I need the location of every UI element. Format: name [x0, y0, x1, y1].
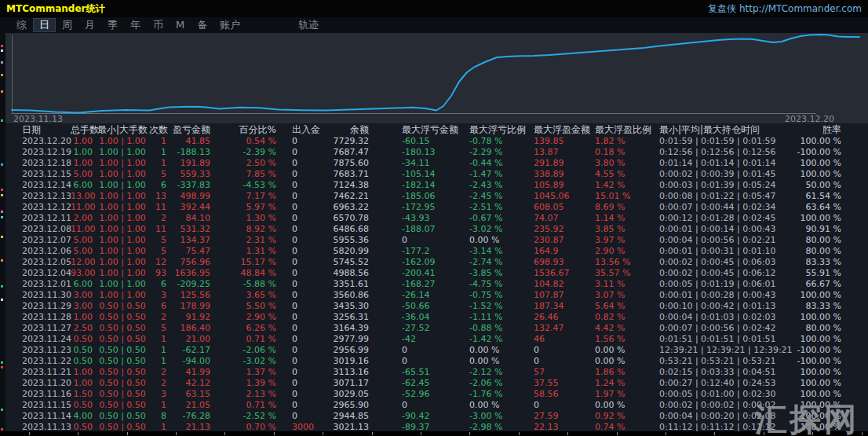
- cell-mflr: -0.67 %: [459, 213, 524, 223]
- cell-inout: 0: [278, 158, 314, 168]
- cell-inout: 0: [278, 301, 314, 311]
- cell-mfpr: 35.57 %: [585, 268, 650, 278]
- table-row[interactable]: 2023.11.130.500.50 | 0.50121.130.70 %300…: [0, 421, 868, 432]
- edge-speck: [1, 285, 3, 288]
- menu-item-ri[interactable]: 日: [34, 19, 55, 31]
- table-row[interactable]: 2023.11.211.000.50 | 0.50241.991.37 %031…: [0, 366, 868, 377]
- table-row[interactable]: 2023.11.201.000.50 | 0.50242.121.39 %030…: [0, 377, 868, 388]
- cell-balance: 3113.16: [314, 367, 375, 377]
- table-row[interactable]: 2023.12.1313.001.00 | 1.0013498.997.17 %…: [0, 190, 868, 201]
- table-row[interactable]: 2023.12.0512.001.00 | 1.0012756.9615.17 …: [0, 256, 868, 267]
- cell-mfl: 0: [375, 235, 459, 245]
- table-row[interactable]: 2023.11.161.500.50 | 0.50363.152.13 %030…: [0, 388, 868, 399]
- cell-date: 2023.11.30: [0, 290, 71, 300]
- cell-mfp: 698.93: [524, 257, 585, 267]
- table-row[interactable]: 2023.12.146.001.00 | 1.006-337.83-4.53 %…: [0, 179, 868, 190]
- cell-date: 2023.11.29: [0, 301, 71, 311]
- menu-item-nian[interactable]: 年: [125, 19, 146, 31]
- cell-pl: 125.56: [168, 290, 212, 300]
- cell-minmax: 1.00 | 1.00: [96, 202, 149, 212]
- table-row[interactable]: 2023.12.065.001.00 | 1.00575.471.31 %058…: [0, 245, 868, 256]
- cell-balance: 2977.99: [314, 334, 375, 344]
- cell-mfl: -200.41: [375, 268, 459, 278]
- cell-time: 0:02:15 | 0:03:33 | 0:04:51: [650, 367, 773, 377]
- grid-tick: [617, 432, 618, 435]
- table-row[interactable]: 2023.12.181.001.00 | 1.001191.892.50 %07…: [0, 157, 868, 168]
- table-row[interactable]: 2023.11.293.000.50 | 0.506178.995.50 %03…: [0, 300, 868, 311]
- grid-tick: [224, 432, 225, 435]
- edge-speck: [1, 216, 3, 218]
- cell-minmax: 0.50 | 0.50: [96, 411, 149, 421]
- menu-item-ji[interactable]: 季: [102, 19, 123, 31]
- cell-date: 2023.12.08: [0, 224, 71, 234]
- table-row[interactable]: 2023.12.112.001.00 | 1.00284.101.30 %065…: [0, 212, 868, 223]
- cell-mflr: -1.47 %: [459, 169, 524, 179]
- cell-pl: 756.96: [168, 257, 212, 267]
- cell-minmax: 1.00 | 1.00: [96, 224, 149, 234]
- cell-pl: -188.13: [168, 147, 212, 157]
- menu-item-bei[interactable]: 备: [191, 19, 213, 31]
- cell-winrate: 66.67 %: [773, 279, 846, 289]
- cell-time: 0:12:56 | 0:12:56 | 0:12:56: [650, 147, 773, 157]
- menu-item-m[interactable]: M: [170, 19, 190, 31]
- cell-balance: 3019.16: [314, 356, 375, 366]
- cell-time: 0:00:07 | 0:00:44 | 0:02:34: [650, 202, 773, 212]
- table-row[interactable]: 2023.12.0493.001.00 | 1.00931636.9548.84…: [0, 267, 868, 278]
- menu-item-yue[interactable]: 月: [79, 19, 100, 31]
- menu-item-zhanghu[interactable]: 账户: [214, 19, 246, 31]
- cell-winrate: -100.00 %: [773, 356, 846, 366]
- table-row[interactable]: 2023.11.230.500.50 | 0.501-62.17-2.06 %0…: [0, 344, 868, 355]
- menu-item-zong[interactable]: 综: [11, 19, 32, 31]
- table-row[interactable]: 2023.11.272.500.50 | 0.505186.406.26 %03…: [0, 322, 868, 333]
- cell-winrate: 83.33 %: [773, 301, 846, 311]
- table-row[interactable]: 2023.12.191.001.00 | 1.001-188.13-2.39 %…: [0, 146, 868, 157]
- cell-winrate: 100.00 %: [773, 334, 846, 344]
- cell-balance: 3071.17: [314, 378, 375, 388]
- table-row[interactable]: 2023.11.144.000.50 | 0.508-76.28-2.52 %0…: [0, 410, 868, 421]
- cell-date: 2023.12.04: [0, 268, 71, 278]
- table-row[interactable]: 2023.12.1211.001.00 | 1.0011392.445.97 %…: [0, 201, 868, 212]
- cell-pct: -4.53 %: [212, 180, 278, 190]
- cell-minmax: 1.00 | 1.00: [96, 235, 149, 245]
- cell-times: 6: [149, 180, 168, 190]
- cell-lots: 2.50: [71, 323, 96, 333]
- table-row[interactable]: 2023.12.075.001.00 | 1.005134.372.31 %05…: [0, 234, 868, 245]
- cell-times: 3: [149, 389, 168, 399]
- cell-winrate: 100.00 %: [773, 367, 846, 377]
- cell-mfpr: 1.82 %: [585, 136, 650, 146]
- cell-date: 2023.12.19: [0, 147, 71, 157]
- cell-mfp: 26.46: [524, 312, 585, 322]
- table-row[interactable]: 2023.12.016.001.00 | 1.006-209.25-5.88 %…: [0, 278, 868, 289]
- grid-tick: [323, 432, 323, 435]
- table-row[interactable]: 2023.12.0811.001.00 | 1.0011531.328.92 %…: [0, 223, 868, 234]
- table-row[interactable]: 2023.12.155.001.00 | 1.005559.337.85 %07…: [0, 168, 868, 179]
- cell-mfpr: 0.92 %: [585, 411, 650, 421]
- table-row[interactable]: 2023.11.150.500.50 | 0.50121.050.71 %029…: [0, 399, 868, 410]
- cell-mflr: -2.74 %: [459, 257, 524, 267]
- table-row[interactable]: 2023.11.303.001.00 | 1.003125.563.65 %03…: [0, 289, 868, 300]
- cell-inout: 0: [278, 345, 314, 355]
- cell-pct: -2.39 %: [212, 147, 278, 157]
- cell-lots: 93.00: [71, 268, 96, 278]
- cell-lots: 6.00: [71, 279, 96, 289]
- cell-mfp: 139.85: [524, 136, 585, 146]
- cell-date: 2023.12.14: [0, 180, 71, 190]
- menu-item-zhou[interactable]: 周: [57, 19, 78, 31]
- cell-lots: 12.00: [71, 257, 96, 267]
- menu-item-guiji[interactable]: 轨迹: [293, 19, 324, 31]
- cell-mflr: -2.51 %: [459, 202, 524, 212]
- table-row[interactable]: 2023.11.281.000.50 | 0.50291.922.90 %032…: [0, 311, 868, 322]
- cell-balance: 3435.30: [314, 301, 375, 311]
- cell-pl: 21.13: [168, 422, 212, 432]
- cell-balance: 3351.61: [314, 279, 375, 289]
- table-row[interactable]: 2023.12.201.001.00 | 1.00141.850.54 %077…: [0, 135, 868, 146]
- brand-link[interactable]: 复盘侠 http://MTCommander.com: [708, 2, 862, 16]
- table-row[interactable]: 2023.11.240.500.50 | 0.50121.000.71 %029…: [0, 333, 868, 344]
- cell-date: 2023.11.28: [0, 312, 71, 322]
- menu-item-bi[interactable]: 币: [148, 19, 169, 31]
- cell-date: 2023.12.20: [0, 136, 71, 146]
- cell-mfp: 74.07: [524, 213, 585, 223]
- cell-pl: 63.15: [168, 389, 212, 399]
- cell-pct: 0.70 %: [212, 422, 278, 432]
- table-row[interactable]: 2023.11.220.500.50 | 0.501-94.00-3.02 %0…: [0, 355, 868, 366]
